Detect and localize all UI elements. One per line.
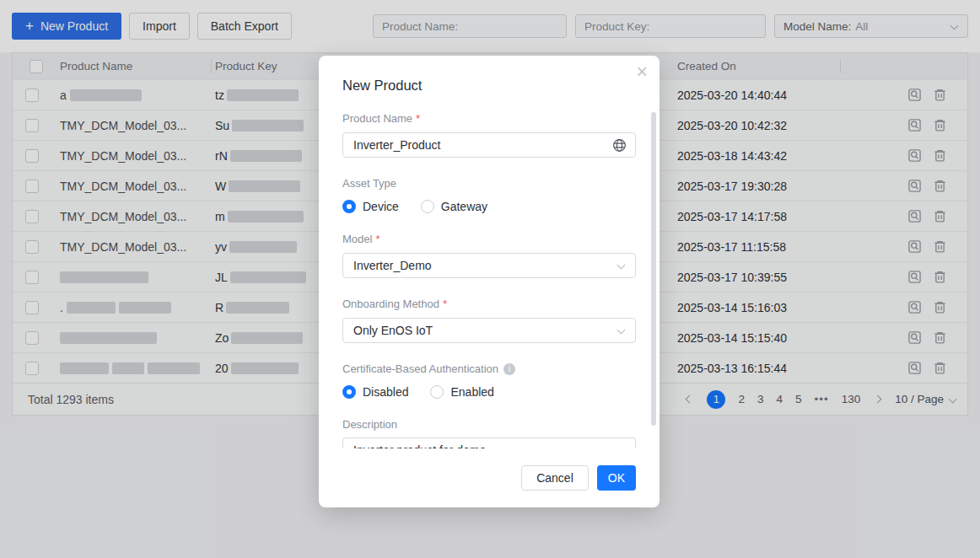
onboarding-method-value: Only EnOS IoT — [353, 324, 433, 337]
modal-footer: Cancel OK — [319, 448, 660, 507]
certificate-auth-options: Disabled Enabled — [342, 385, 636, 399]
cancel-button[interactable]: Cancel — [521, 465, 589, 491]
radio-disabled[interactable] — [342, 385, 356, 399]
radio-disabled-label[interactable]: Disabled — [363, 385, 408, 399]
radio-gateway[interactable] — [421, 200, 434, 213]
modal-scrollbar-thumb[interactable] — [651, 112, 656, 426]
globe-icon[interactable] — [612, 138, 627, 155]
model-select-value: Inverter_Demo — [353, 259, 432, 272]
radio-enabled-label[interactable]: Enabled — [450, 385, 493, 399]
radio-enabled[interactable] — [430, 385, 444, 399]
required-marker: * — [375, 233, 380, 245]
radio-device[interactable] — [342, 200, 356, 213]
product-name-input[interactable] — [353, 138, 625, 152]
onboarding-method-label: Onboarding Method * — [342, 298, 636, 310]
model-label: Model * — [342, 233, 636, 245]
chevron-down-icon — [617, 261, 626, 270]
required-marker: * — [443, 298, 447, 310]
product-name-field-wrapper — [342, 132, 636, 158]
required-marker: * — [416, 112, 420, 125]
description-label: Description — [342, 418, 636, 431]
asset-type-options: Device Gateway — [342, 200, 636, 213]
info-icon[interactable]: i — [503, 363, 515, 375]
ok-button[interactable]: OK — [597, 465, 636, 491]
close-icon[interactable]: × — [637, 62, 648, 82]
modal-title: New Product — [342, 78, 636, 93]
asset-type-label: Asset Type — [342, 177, 636, 190]
onboarding-method-select[interactable]: Only EnOS IoT — [342, 318, 636, 343]
model-select[interactable]: Inverter_Demo — [342, 253, 636, 278]
chevron-down-icon — [617, 326, 626, 335]
radio-gateway-label[interactable]: Gateway — [441, 200, 487, 213]
radio-device-label[interactable]: Device — [363, 200, 399, 213]
new-product-modal: × New Product Product Name * Asset Type … — [319, 56, 660, 507]
product-name-label: Product Name * — [342, 112, 636, 125]
certificate-auth-label: Certificate-Based Authentication i — [342, 362, 636, 375]
